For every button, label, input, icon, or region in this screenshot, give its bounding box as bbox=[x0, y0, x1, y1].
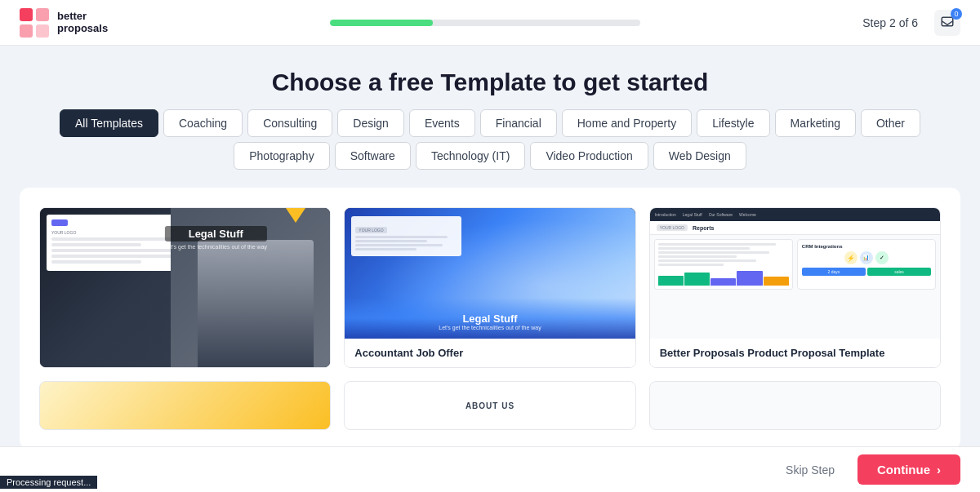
svg-rect-3 bbox=[36, 24, 49, 38]
templates-area: YOUR LOGO Legal Stuff Let's get the tech… bbox=[20, 188, 960, 446]
bottom-bar: Skip Step Continue › bbox=[0, 446, 980, 492]
continue-arrow: › bbox=[937, 463, 941, 476]
filter-section: All Templates Coaching Consulting Design… bbox=[0, 109, 980, 188]
template-card-account-executive[interactable]: YOUR LOGO Legal Stuff Let's get the tech… bbox=[39, 207, 331, 368]
legal-subtitle-1: Let's get the technicalities out of the … bbox=[165, 244, 267, 250]
template-card-footer-3: Better Proposals Product Proposal Templa… bbox=[650, 339, 940, 367]
template-preview-1: YOUR LOGO Legal Stuff Let's get the tech… bbox=[40, 208, 330, 367]
header-center bbox=[108, 20, 862, 26]
template-preview-3: Introduction Legal Stuff Our Software We… bbox=[650, 208, 940, 339]
accountant-legal-sub: Let's get the technicalities out of the … bbox=[354, 325, 625, 330]
continue-button[interactable]: Continue › bbox=[858, 454, 960, 485]
logo-text: better proposals bbox=[57, 11, 108, 34]
skip-step-button[interactable]: Skip Step bbox=[773, 457, 848, 483]
reports-ui: Introduction Legal Stuff Our Software We… bbox=[650, 208, 940, 339]
progress-bar-container bbox=[330, 20, 640, 26]
page-title: Choose a free Template to get started bbox=[20, 69, 960, 96]
continue-label: Continue bbox=[877, 463, 930, 476]
svg-rect-0 bbox=[20, 8, 33, 21]
filter-other[interactable]: Other bbox=[861, 109, 920, 137]
filter-marketing[interactable]: Marketing bbox=[775, 109, 856, 137]
accountant-doc: YOUR LOGO bbox=[351, 216, 461, 256]
template-card-name-3: Better Proposals Product Proposal Templa… bbox=[660, 347, 930, 359]
svg-rect-2 bbox=[20, 24, 33, 38]
integration-icons: ⚡ 📊 ✓ bbox=[802, 251, 931, 264]
filter-software[interactable]: Software bbox=[335, 142, 411, 170]
filter-row-2: Photography Software Technology (IT) Vid… bbox=[20, 142, 960, 170]
filter-technology-it[interactable]: Technology (IT) bbox=[416, 142, 525, 170]
template-card-footer-1: Account Executive Job Offer bbox=[40, 367, 330, 368]
reports-content-grid: CRM Integrations ⚡ 📊 ✓ 2 days bbox=[650, 235, 940, 294]
logo-icon bbox=[20, 8, 49, 38]
page-title-section: Choose a free Template to get started bbox=[0, 46, 980, 109]
template-card-footer-2: Accountant Job Offer bbox=[345, 339, 635, 367]
mini-bar-chart bbox=[658, 269, 789, 286]
partial-card-1[interactable] bbox=[39, 381, 331, 430]
step-indicator: Step 2 of 6 bbox=[862, 16, 918, 29]
logo-better: better bbox=[57, 11, 108, 22]
main-content: Choose a free Template to get started Al… bbox=[0, 46, 980, 446]
notification-badge: 0 bbox=[951, 8, 962, 20]
filter-coaching[interactable]: Coaching bbox=[163, 109, 243, 137]
header-right: Step 2 of 6 0 bbox=[862, 10, 960, 36]
template-card-accountant[interactable]: YOUR LOGO Legal Stuff Let's get the tech… bbox=[344, 207, 635, 368]
filter-web-design[interactable]: Web Design bbox=[653, 142, 746, 170]
filter-lifestyle[interactable]: Lifestyle bbox=[697, 109, 769, 137]
logo[interactable]: better proposals bbox=[20, 8, 108, 38]
crm-card: CRM Integrations ⚡ 📊 ✓ 2 days bbox=[797, 239, 936, 290]
accountant-legal-title: Legal Stuff bbox=[354, 312, 625, 325]
legal-overlay-1: Legal Stuff Let's get the technicalities… bbox=[165, 226, 267, 250]
logo-proposals: proposals bbox=[57, 23, 108, 34]
filter-photography[interactable]: Photography bbox=[234, 142, 329, 170]
template-preview-2: YOUR LOGO Legal Stuff Let's get the tech… bbox=[345, 208, 635, 339]
filter-consulting[interactable]: Consulting bbox=[247, 109, 332, 137]
yellow-triangle-1 bbox=[286, 208, 305, 223]
filter-home-property[interactable]: Home and Property bbox=[562, 109, 692, 137]
filter-design[interactable]: Design bbox=[337, 109, 404, 137]
filter-financial[interactable]: Financial bbox=[480, 109, 557, 137]
templates-grid: YOUR LOGO Legal Stuff Let's get the tech… bbox=[39, 207, 941, 368]
processing-text: Processing request... bbox=[0, 476, 97, 489]
partial-card-3[interactable] bbox=[649, 381, 941, 430]
reports-nav: Introduction Legal Stuff Our Software We… bbox=[650, 208, 940, 221]
svg-rect-1 bbox=[36, 8, 49, 21]
header: better proposals Step 2 of 6 0 bbox=[0, 0, 980, 46]
template-card-better-proposals[interactable]: Introduction Legal Stuff Our Software We… bbox=[649, 207, 941, 368]
partial-card-2[interactable]: ABOUT US bbox=[344, 381, 635, 430]
progress-bar-fill bbox=[330, 20, 432, 26]
legal-title-1: Legal Stuff bbox=[165, 226, 267, 242]
notification-icon[interactable]: 0 bbox=[934, 10, 960, 36]
filter-events[interactable]: Events bbox=[409, 109, 475, 137]
template-card-name-2: Accountant Job Offer bbox=[354, 347, 625, 359]
template-row-2-partial: ABOUT US bbox=[39, 381, 941, 430]
filter-row-1: All Templates Coaching Consulting Design… bbox=[20, 109, 960, 137]
accountant-overlay: Legal Stuff Let's get the technicalities… bbox=[345, 298, 635, 339]
filter-video-production[interactable]: Video Production bbox=[530, 142, 648, 170]
reports-doc-mini bbox=[654, 239, 793, 290]
crm-stats: 2 days sales bbox=[802, 268, 931, 276]
filter-all-templates[interactable]: All Templates bbox=[60, 109, 158, 137]
